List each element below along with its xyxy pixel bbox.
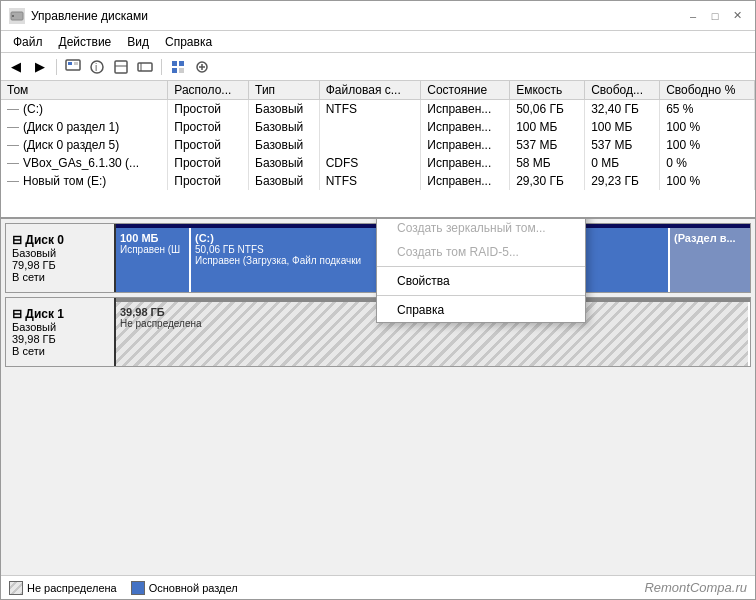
table-cell: 65 % <box>660 100 755 119</box>
table-cell: —(C:) <box>1 100 168 119</box>
table-cell: Исправен... <box>421 136 510 154</box>
col-type: Тип <box>249 81 320 100</box>
disk-0-partition-3[interactable]: (Раздел в... <box>670 228 750 292</box>
table-cell: 100 МБ <box>585 118 660 136</box>
menu-file[interactable]: Файл <box>5 33 51 51</box>
toolbar-btn-1[interactable] <box>62 56 84 78</box>
close-button[interactable]: ✕ <box>727 6 747 26</box>
svg-rect-4 <box>74 62 78 65</box>
legend-bar: Не распределена Основной раздел RemontCo… <box>1 575 755 599</box>
disk-1-name: ⊟ Диск 1 <box>12 307 108 321</box>
legend-primary-label: Основной раздел <box>149 582 238 594</box>
table-cell: CDFS <box>319 154 421 172</box>
table-cell: Простой <box>168 118 249 136</box>
table-cell: Базовый <box>249 154 320 172</box>
cm-sep-2 <box>377 295 585 296</box>
table-cell: 50,06 ГБ <box>510 100 585 119</box>
svg-rect-7 <box>115 61 127 73</box>
svg-rect-11 <box>172 61 177 66</box>
col-volume: Том <box>1 81 168 100</box>
table-cell: 100 % <box>660 172 755 190</box>
cm-properties[interactable]: Свойства <box>377 269 585 293</box>
table-cell: —(Диск 0 раздел 5) <box>1 136 168 154</box>
toolbar-btn-3[interactable] <box>110 56 132 78</box>
table-cell: 100 МБ <box>510 118 585 136</box>
window-controls: – □ ✕ <box>683 6 747 26</box>
table-cell: —(Диск 0 раздел 1) <box>1 118 168 136</box>
table-cell: —VBox_GAs_6.1.30 (... <box>1 154 168 172</box>
title-bar-left: Управление дисками <box>9 8 148 24</box>
legend-unallocated: Не распределена <box>9 581 117 595</box>
window-title: Управление дисками <box>31 9 148 23</box>
table-cell: Исправен... <box>421 100 510 119</box>
app-icon <box>9 8 25 24</box>
svg-rect-14 <box>179 68 184 73</box>
svg-rect-12 <box>179 61 184 66</box>
disk-0-info: ⊟ Диск 0 Базовый 79,98 ГБ В сети <box>6 224 116 292</box>
table-cell: Простой <box>168 136 249 154</box>
legend-unalloc-label: Не распределена <box>27 582 117 594</box>
context-menu: Создать простой том... Создать составной… <box>376 219 586 323</box>
table-cell: 32,40 ГБ <box>585 100 660 119</box>
menu-action[interactable]: Действие <box>51 33 120 51</box>
menu-view[interactable]: Вид <box>119 33 157 51</box>
table-row[interactable]: —(Диск 0 раздел 1)ПростойБазовыйИсправен… <box>1 118 755 136</box>
table-row[interactable]: —VBox_GAs_6.1.30 (...ПростойБазовыйCDFSИ… <box>1 154 755 172</box>
disk-0-status: В сети <box>12 271 108 283</box>
legend-primary-icon <box>131 581 145 595</box>
table-cell: 58 МБ <box>510 154 585 172</box>
title-bar: Управление дисками – □ ✕ <box>1 1 755 31</box>
table-cell: Исправен... <box>421 118 510 136</box>
disk-management-window: Управление дисками – □ ✕ Файл Действие В… <box>0 0 756 600</box>
col-status: Состояние <box>421 81 510 100</box>
toolbar-btn-4[interactable] <box>134 56 156 78</box>
cm-sep-1 <box>377 266 585 267</box>
svg-point-1 <box>12 15 14 17</box>
forward-button[interactable]: ▶ <box>29 56 51 78</box>
watermark: RemontCompa.ru <box>644 580 747 595</box>
table-row[interactable]: —(Диск 0 раздел 5)ПростойБазовыйИсправен… <box>1 136 755 154</box>
toolbar-btn-2[interactable]: i <box>86 56 108 78</box>
col-layout: Располо... <box>168 81 249 100</box>
table-cell: 0 % <box>660 154 755 172</box>
menu-help[interactable]: Справка <box>157 33 220 51</box>
disk-table: Том Располо... Тип Файловая с... Состоян… <box>1 81 755 219</box>
minimize-button[interactable]: – <box>683 6 703 26</box>
disk-0-size: 79,98 ГБ <box>12 259 108 271</box>
col-capacity: Емкость <box>510 81 585 100</box>
toolbar-separator-1 <box>56 59 57 75</box>
disk-0-type: Базовый <box>12 247 108 259</box>
disk-1-type: Базовый <box>12 321 108 333</box>
svg-text:i: i <box>95 62 97 73</box>
disk-0-name: ⊟ Диск 0 <box>12 233 108 247</box>
legend-unalloc-icon <box>9 581 23 595</box>
cm-help[interactable]: Справка <box>377 298 585 322</box>
col-fs: Файловая с... <box>319 81 421 100</box>
table-row[interactable]: —(C:)ПростойБазовыйNTFSИсправен...50,06 … <box>1 100 755 119</box>
cm-create-mirror: Создать зеркальный том... <box>377 219 585 240</box>
table-cell: Базовый <box>249 172 320 190</box>
toolbar: ◀ ▶ i <box>1 53 755 81</box>
table-cell <box>319 136 421 154</box>
menu-bar: Файл Действие Вид Справка <box>1 31 755 53</box>
table-cell: NTFS <box>319 100 421 119</box>
table-cell: 29,30 ГБ <box>510 172 585 190</box>
disk-1-status: В сети <box>12 345 108 357</box>
table-cell: NTFS <box>319 172 421 190</box>
back-button[interactable]: ◀ <box>5 56 27 78</box>
col-free-pct: Свободно % <box>660 81 755 100</box>
table-cell: Исправен... <box>421 172 510 190</box>
disk-1-row: ⊟ Диск 1 Базовый 39,98 ГБ В сети 39,98 Г… <box>5 297 751 367</box>
table-cell: 100 % <box>660 118 755 136</box>
disk-0-partition-1[interactable]: 100 МБ Исправен (Ш <box>116 228 191 292</box>
toolbar-btn-6[interactable] <box>191 56 213 78</box>
table-row[interactable]: —Новый том (E:)ПростойБазовыйNTFSИсправе… <box>1 172 755 190</box>
table-cell: 0 МБ <box>585 154 660 172</box>
table-cell: 29,23 ГБ <box>585 172 660 190</box>
disk-1-size: 39,98 ГБ <box>12 333 108 345</box>
table-cell: Простой <box>168 172 249 190</box>
table-cell: 537 МБ <box>585 136 660 154</box>
maximize-button[interactable]: □ <box>705 6 725 26</box>
toolbar-btn-5[interactable] <box>167 56 189 78</box>
table-cell: Простой <box>168 154 249 172</box>
